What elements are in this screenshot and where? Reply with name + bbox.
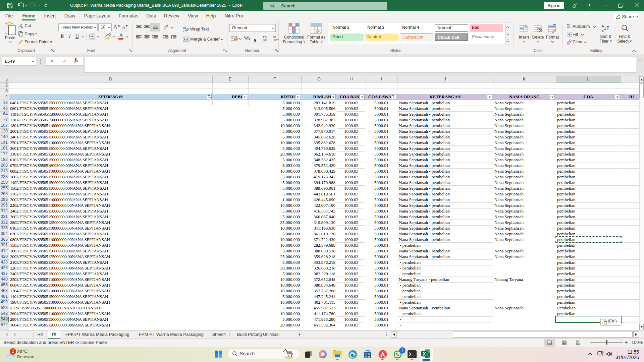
svg-text:.00: .00 — [263, 38, 267, 42]
svg-text:Z: Z — [602, 28, 604, 32]
svg-text:c: c — [183, 29, 184, 32]
svg-text:0: 0 — [274, 38, 276, 42]
svg-text:ab: ab — [164, 25, 167, 28]
svg-text:A: A — [602, 24, 604, 28]
